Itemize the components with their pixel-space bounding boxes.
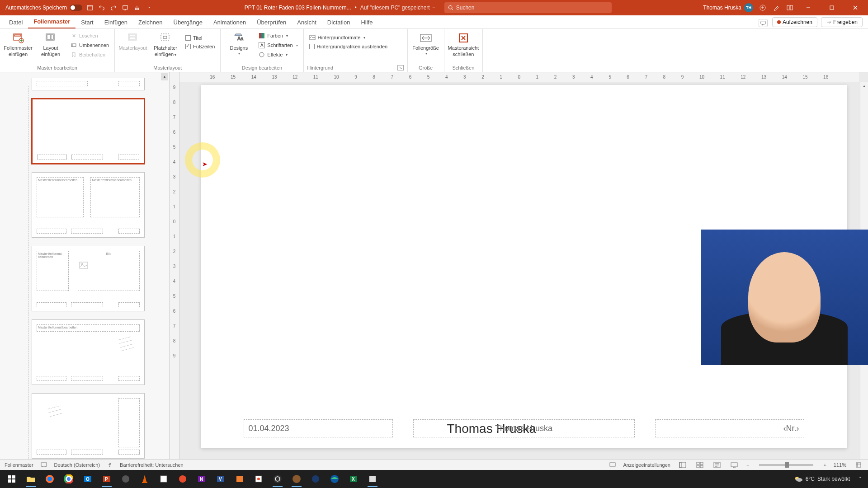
redo-icon[interactable] xyxy=(109,4,118,12)
status-mode[interactable]: Folienmaster xyxy=(5,462,33,468)
record-button[interactable]: Aufzeichnen xyxy=(772,17,817,27)
background-styles-button[interactable]: Hintergrundformate▾ xyxy=(307,33,390,42)
touch-mode-icon[interactable] xyxy=(133,4,141,12)
search-input[interactable] xyxy=(456,5,608,11)
slideshow-icon[interactable] xyxy=(121,4,129,12)
taskbar: O P N V X 6°C Stark bewölkt ˄ xyxy=(0,470,868,488)
onenote-icon[interactable]: N xyxy=(193,470,211,488)
app-icon-6[interactable] xyxy=(288,470,306,488)
svg-rect-42 xyxy=(856,463,861,467)
tab-zeichnen[interactable]: Zeichnen xyxy=(133,16,168,28)
layout-thumbnail-two-content[interactable]: Mastertitelformat bearbeiten Mastertextf… xyxy=(32,172,145,238)
slideshow-view-button[interactable] xyxy=(729,461,739,469)
close-button[interactable] xyxy=(846,0,864,15)
footer-placeholder[interactable]: Thomas Hruska xyxy=(413,419,635,437)
system-tray[interactable]: ˄ xyxy=(855,476,865,482)
tab-folienmaster[interactable]: Folienmaster xyxy=(28,15,75,28)
tab-hilfe[interactable]: Hilfe xyxy=(355,16,378,28)
app-icon-5[interactable] xyxy=(250,470,268,488)
app-icon-4[interactable] xyxy=(231,470,249,488)
tab-datei[interactable]: Datei xyxy=(4,16,28,28)
autosave-toggle[interactable]: Automatisches Speichern xyxy=(5,5,82,11)
weather-widget[interactable]: 6°C Stark bewölkt xyxy=(789,475,854,483)
tab-einfuegen[interactable]: Einfügen xyxy=(99,16,133,28)
status-accessibility[interactable]: Barrierefreiheit: Untersuchen xyxy=(120,462,184,468)
close-master-button[interactable]: Masteransicht schließen xyxy=(448,31,479,57)
reading-view-button[interactable] xyxy=(712,461,722,469)
app-icon-1[interactable] xyxy=(117,470,135,488)
zoom-out-button[interactable]: − xyxy=(746,462,749,468)
user-account[interactable]: Thomas Hruska TH xyxy=(703,3,753,12)
obs-icon[interactable] xyxy=(269,470,287,488)
coming-soon-icon[interactable] xyxy=(759,4,767,12)
fit-window-button[interactable] xyxy=(854,461,863,469)
layout-thumbnail-blank[interactable] xyxy=(32,99,145,164)
normal-view-button[interactable] xyxy=(678,461,688,469)
dialog-launcher-icon[interactable]: ↘ xyxy=(397,65,404,70)
scroll-up-button[interactable]: ▲ xyxy=(161,73,168,80)
window-layout-icon[interactable] xyxy=(786,4,794,12)
app-icon-7[interactable] xyxy=(307,470,325,488)
insert-placeholder-button[interactable]: Platzhalter einfügen▾ xyxy=(151,31,180,57)
chrome-icon[interactable] xyxy=(60,470,78,488)
toggle-switch[interactable] xyxy=(70,5,82,11)
tab-animationen[interactable]: Animationen xyxy=(208,16,251,28)
status-language[interactable]: Deutsch (Österreich) xyxy=(54,462,100,468)
visio-icon[interactable]: V xyxy=(212,470,230,488)
tab-ansicht[interactable]: Ansicht xyxy=(292,16,322,28)
colors-button[interactable]: Farben▾ xyxy=(257,32,299,40)
tab-ueberpruefen[interactable]: Überprüfen xyxy=(251,16,292,28)
title-checkbox[interactable]: Titel xyxy=(184,34,217,42)
layout-thumbnail-vertical[interactable]: — — — —— — — —— — — — xyxy=(32,393,145,459)
zoom-slider[interactable] xyxy=(759,464,813,466)
file-explorer-icon[interactable] xyxy=(22,470,40,488)
zoom-in-button[interactable]: + xyxy=(823,462,826,468)
undo-icon[interactable] xyxy=(98,4,106,12)
minimize-button[interactable] xyxy=(799,0,817,15)
layout-thumbnail-title-only[interactable]: Mastertitelformat bearbeiten — — — —— — … xyxy=(32,319,145,385)
outlook-icon[interactable]: O xyxy=(79,470,97,488)
saved-location[interactable]: Auf "diesem PC" gespeichert xyxy=(360,5,435,11)
app-icon-8[interactable] xyxy=(363,470,382,488)
layout-thumbnail-partial[interactable] xyxy=(32,78,145,90)
powerpoint-icon[interactable]: P xyxy=(98,470,116,488)
layout-thumbnail-picture[interactable]: Mastertitelformat bearbeiten Bild xyxy=(32,246,145,311)
save-icon[interactable] xyxy=(86,4,94,12)
date-placeholder[interactable]: 01.04.2023 xyxy=(244,419,393,437)
rename-button[interactable]: Umbenennen xyxy=(69,41,111,49)
record-dot-icon xyxy=(777,20,781,24)
excel-icon[interactable]: X xyxy=(344,470,363,488)
qat-more-icon[interactable] xyxy=(145,4,153,12)
start-button[interactable] xyxy=(3,470,21,488)
share-button[interactable]: Freigeben xyxy=(821,17,863,27)
footers-checkbox[interactable]: Fußzeilen xyxy=(184,43,217,50)
slide-number-placeholder[interactable]: ‹Nr.› xyxy=(655,419,804,437)
insert-layout-button[interactable]: Layout einfügen xyxy=(36,31,65,57)
zoom-level[interactable]: 111% xyxy=(834,462,846,468)
svg-rect-60 xyxy=(160,476,167,482)
vlc-icon[interactable] xyxy=(136,470,154,488)
themes-button[interactable]: Aa Designs ▾ xyxy=(224,31,253,56)
tab-start[interactable]: Start xyxy=(75,16,99,28)
app-icon-2[interactable] xyxy=(155,470,173,488)
ink-icon[interactable] xyxy=(772,4,780,12)
display-settings[interactable]: Anzeigeeinstellungen xyxy=(623,462,670,468)
checkbox-icon xyxy=(309,44,315,49)
cursor-highlight xyxy=(189,147,216,173)
slide-size-button[interactable]: Foliengröße ▾ xyxy=(411,31,440,56)
thumbnail-panel[interactable]: ▲ ▼ Mastertitelformat bearbeiten Mastert… xyxy=(0,72,170,470)
maximize-button[interactable] xyxy=(823,0,841,15)
app-icon-3[interactable] xyxy=(174,470,192,488)
firefox-icon[interactable] xyxy=(41,470,59,488)
tab-dictation[interactable]: Dictation xyxy=(322,16,356,28)
hide-background-checkbox[interactable]: Hintergrundgrafiken ausblenden xyxy=(307,43,390,50)
tab-uebergaenge[interactable]: Übergänge xyxy=(168,16,208,28)
search-box[interactable] xyxy=(444,2,612,13)
insert-slidemaster-button[interactable]: Folienmaster einfügen xyxy=(4,31,33,57)
sorter-view-button[interactable] xyxy=(695,461,705,469)
edge-icon[interactable] xyxy=(326,470,344,488)
comments-icon[interactable] xyxy=(759,19,768,27)
effects-button[interactable]: Effekte▾ xyxy=(257,51,299,59)
tray-chevron-icon[interactable]: ˄ xyxy=(859,476,862,482)
fonts-button[interactable]: ASchriftarten▾ xyxy=(257,41,299,49)
